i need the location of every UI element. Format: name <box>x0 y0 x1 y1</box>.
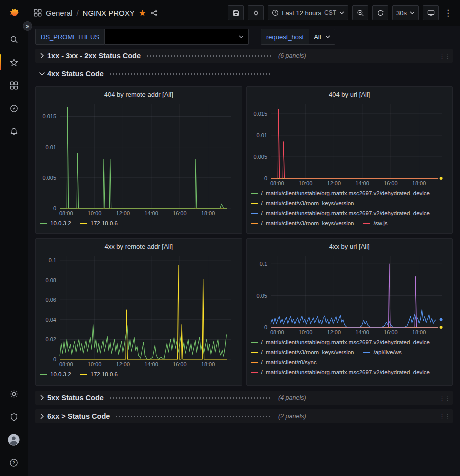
breadcrumb-folder[interactable]: General <box>46 9 72 17</box>
svg-text:0.04: 0.04 <box>46 317 56 323</box>
svg-text:14:00: 14:00 <box>355 329 369 335</box>
sidebar-item-alerting[interactable] <box>0 120 28 143</box>
legend-item[interactable]: /_matrix/client/unstable/org.matrix.msc2… <box>251 368 430 376</box>
tv-mode-button[interactable] <box>423 5 439 20</box>
svg-text:14:00: 14:00 <box>355 180 369 186</box>
save-dashboard-button[interactable] <box>228 5 244 20</box>
legend-item[interactable]: 172.18.0.6 <box>80 219 118 227</box>
favorite-star-icon[interactable] <box>139 9 146 17</box>
chevron-down-icon <box>239 35 244 38</box>
legend-swatch <box>40 223 47 224</box>
sidebar-item-server-admin[interactable] <box>0 405 28 428</box>
row-panel-count: (4 panels) <box>278 394 306 401</box>
row-dotted-leader <box>146 55 272 57</box>
panel-title[interactable]: 404 by remote addr [All] <box>40 89 238 100</box>
legend-item[interactable]: /_matrix/client/v3/room_keys/version <box>251 219 354 227</box>
legend-swatch <box>251 342 258 343</box>
star-icon <box>10 58 18 67</box>
panel-title[interactable]: 404 by uri [All] <box>251 89 449 100</box>
panel-404-by-uri: 404 by uri [All] 08:0010:0012:0014:0016:… <box>246 86 453 234</box>
svg-text:14:00: 14:00 <box>144 210 158 216</box>
variable-host-value: All <box>314 33 321 41</box>
svg-text:08:00: 08:00 <box>59 361 73 367</box>
panel-title[interactable]: 4xx by uri [All] <box>251 241 449 252</box>
legend-item[interactable]: /_matrix/client/unstable/org.matrix.msc2… <box>251 338 430 346</box>
row-header-4xx[interactable]: 4xx Status Code <box>35 67 453 81</box>
row-title: 1xx - 3xx - 2xx Status Code <box>47 52 141 60</box>
legend-item[interactable]: /_matrix/client/v3/room_keys/version <box>251 348 354 356</box>
svg-text:0.1: 0.1 <box>259 261 267 267</box>
legend-swatch <box>251 203 258 204</box>
sidebar-item-search[interactable] <box>0 28 28 51</box>
svg-text:0.08: 0.08 <box>46 277 56 283</box>
zoom-out-button[interactable] <box>352 5 368 20</box>
search-icon <box>10 35 18 44</box>
bell-icon <box>10 127 18 136</box>
grafana-logo[interactable] <box>0 6 28 20</box>
legend-item[interactable]: 10.0.3.2 <box>40 370 71 378</box>
panel-legend: /_matrix/client/unstable/org.matrix.msc2… <box>251 338 449 376</box>
legend-item[interactable]: /api/live/ws <box>363 348 401 356</box>
legend-item[interactable]: 10.0.3.2 <box>40 219 71 227</box>
panel-title[interactable]: 4xx by remote addr [All] <box>40 241 238 252</box>
timeseries-chart[interactable]: 08:0010:0012:0014:0016:0018:0000.0050.01… <box>251 100 449 188</box>
chevron-down-icon <box>410 11 415 14</box>
legend-item[interactable]: /_matrix/client/unstable/org.matrix.msc2… <box>251 209 430 217</box>
dashboards-grid-icon <box>34 9 42 17</box>
breadcrumb: General / NGINX PROXY <box>28 9 158 17</box>
legend-item[interactable]: 172.18.0.6 <box>80 370 118 378</box>
panel-4xx-by-uri: 4xx by uri [All] 08:0010:0012:0014:0016:… <box>246 238 453 386</box>
svg-text:12:00: 12:00 <box>327 329 341 335</box>
sidebar-item-starred[interactable] <box>0 51 28 74</box>
variable-label-ds-prometheus[interactable]: DS_PROMETHEUS <box>35 29 105 45</box>
legend-item[interactable]: /sw.js <box>363 219 387 227</box>
timezone-label: CST <box>324 9 336 16</box>
variable-value-request-host[interactable]: All <box>309 29 335 45</box>
sidebar-item-help[interactable]: ? <box>0 451 28 474</box>
svg-text:18:00: 18:00 <box>201 361 215 367</box>
grafana-flame-icon <box>7 6 21 20</box>
variable-ds-prometheus: DS_PROMETHEUS <box>35 29 249 45</box>
svg-text:0.005: 0.005 <box>253 154 267 160</box>
sidebar-item-profile[interactable] <box>0 428 28 451</box>
svg-text:18:00: 18:00 <box>412 180 426 186</box>
legend-swatch <box>251 193 258 194</box>
chevron-down-icon <box>36 71 47 77</box>
app-body: ? DS_PROMETHEUS req <box>0 26 460 476</box>
sidebar-item-explore[interactable] <box>0 97 28 120</box>
row-drag-handle[interactable]: ⋮⋮ <box>439 52 450 60</box>
timeseries-chart[interactable]: 08:0010:0012:0014:0016:0018:0000.050.1 <box>251 252 449 337</box>
svg-text:0.05: 0.05 <box>256 293 267 299</box>
time-range-picker[interactable]: Last 12 hours CST <box>268 5 348 20</box>
sidebar-expand-toggle[interactable]: » <box>23 21 32 31</box>
share-icon[interactable] <box>150 9 158 17</box>
row-drag-handle[interactable]: ⋮⋮ <box>439 413 450 420</box>
svg-text:16:00: 16:00 <box>173 361 187 367</box>
timeseries-chart[interactable]: 08:0010:0012:0014:0016:0018:0000.0050.01… <box>40 100 238 218</box>
row-header-5xx[interactable]: 5xx Status Code (4 panels) ⋮⋮ <box>35 391 453 405</box>
refresh-button[interactable] <box>372 5 388 20</box>
legend-item[interactable]: /_matrix/client/v3/room_keys/version <box>251 199 354 207</box>
legend-item[interactable]: /_matrix/client/r0/sync <box>251 358 317 366</box>
row-header-6xx[interactable]: 6xx > Status Code (2 panels) ⋮⋮ <box>35 409 453 423</box>
variable-value-ds-prometheus[interactable] <box>105 29 249 45</box>
legend-item[interactable]: /_matrix/client/unstable/org.matrix.msc2… <box>251 189 430 197</box>
chart-canvas: 08:0010:0012:0014:0016:0018:0000.050.1 <box>251 252 449 337</box>
row-drag-handle[interactable]: ⋮⋮ <box>439 394 450 402</box>
dashboards-grid-icon <box>10 81 18 90</box>
timeseries-chart[interactable]: 08:0010:0012:0014:0016:0018:0000.020.040… <box>40 252 238 369</box>
refresh-interval-dropdown[interactable]: 30s <box>392 5 419 20</box>
row-title: 6xx > Status Code <box>47 412 110 420</box>
sidebar-item-configuration[interactable] <box>0 382 28 405</box>
shield-icon <box>10 413 18 421</box>
variable-label-request-host[interactable]: request_host <box>261 29 309 45</box>
svg-text:16:00: 16:00 <box>384 180 398 186</box>
dashboard-settings-button[interactable] <box>248 5 264 20</box>
kebab-menu[interactable]: ⋮ <box>443 5 453 20</box>
sidebar-item-dashboards[interactable] <box>0 74 28 97</box>
avatar <box>8 434 20 446</box>
row-header-1xx-3xx-2xx[interactable]: 1xx - 3xx - 2xx Status Code (6 panels) ⋮… <box>35 49 453 63</box>
svg-text:08:00: 08:00 <box>270 329 284 335</box>
svg-text:10:00: 10:00 <box>88 210 102 216</box>
dashboard-content: DS_PROMETHEUS request_host All <box>28 26 460 476</box>
